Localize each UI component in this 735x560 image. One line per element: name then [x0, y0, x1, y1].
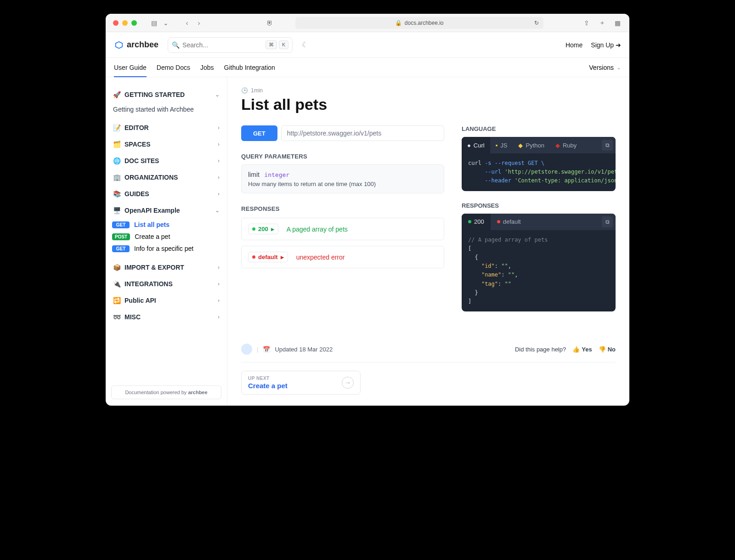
- chevron-right-icon: ›: [218, 281, 220, 287]
- sidebar-api-list-all-pets[interactable]: GET List all pets: [111, 219, 221, 231]
- titlebar: ▤ ⌄ ‹ › ⛨ 🔒 docs.archbee.io ↻ ⇪ ＋ ▦: [106, 14, 629, 32]
- response-code-block[interactable]: // A paged array of pets [ { "id": "", "…: [462, 230, 616, 312]
- sidebar-section-openapi[interactable]: 🖥️OpenAPI Example ⌄: [111, 202, 221, 219]
- endpoint-url-input[interactable]: http://petstore.swagger.io/v1/pets: [281, 125, 444, 141]
- dropdown-icon[interactable]: ⌄: [162, 19, 170, 27]
- sidebar-section-misc[interactable]: ➿MISC ›: [111, 309, 221, 325]
- sidebar-sub-getting-started[interactable]: Getting started with Archbee: [111, 103, 221, 119]
- query-param-row: limit integer How many items to return a…: [241, 164, 444, 193]
- browser-window: ▤ ⌄ ‹ › ⛨ 🔒 docs.archbee.io ↻ ⇪ ＋ ▦ arch…: [106, 14, 629, 406]
- nav-home-link[interactable]: Home: [565, 41, 582, 49]
- logo[interactable]: archbee: [114, 40, 158, 50]
- query-params-heading: QUERY PARAMETERS: [241, 153, 444, 160]
- site-header: archbee 🔍 ⌘ K ☾ Home Sign Up ➜: [106, 32, 629, 58]
- plug-icon: 🔌: [113, 280, 121, 288]
- lang-tab-js[interactable]: ▪JS: [490, 137, 513, 153]
- shield-icon[interactable]: ⛨: [266, 19, 274, 27]
- updated-date: Updated 18 Mar 2022: [275, 346, 333, 353]
- versions-dropdown[interactable]: Versions ⌄: [589, 58, 621, 77]
- monitor-icon: 🖥️: [113, 207, 121, 214]
- arrow-right-icon: →: [342, 377, 354, 389]
- param-type: integer: [264, 171, 289, 178]
- logo-text: archbee: [127, 40, 158, 50]
- method-badge: GET: [112, 221, 130, 228]
- shortcut-key: K: [279, 40, 288, 49]
- resp-tab-default[interactable]: default: [491, 214, 527, 230]
- response-row-200[interactable]: 200 ▶ A paged array of pets: [241, 218, 444, 240]
- sidebar-section-guides[interactable]: 📚GUIDES ›: [111, 186, 221, 202]
- expand-icon: ▶: [271, 227, 274, 232]
- sidebar-section-import-export[interactable]: 📦IMPORT & EXPORT ›: [111, 259, 221, 276]
- shortcut-key: ⌘: [266, 40, 277, 49]
- sidebar: 🚀GETTING STARTED ⌄ Getting started with …: [106, 77, 227, 406]
- tab-jobs[interactable]: Jobs: [200, 58, 214, 77]
- param-desc: How many items to return at one time (ma…: [248, 181, 437, 187]
- sidebar-section-public-api[interactable]: 🔁Public API ›: [111, 292, 221, 309]
- up-next-card[interactable]: UP NEXT Create a pet →: [241, 371, 361, 395]
- chevron-right-icon: ›: [218, 174, 220, 181]
- thumbs-down-icon: 👎: [599, 346, 606, 353]
- tab-user-guide[interactable]: User Guide: [114, 58, 147, 77]
- calendar-icon: 📅: [263, 346, 270, 353]
- chevron-right-icon: ›: [218, 158, 220, 164]
- read-time: 🕒 1min: [241, 87, 616, 94]
- lang-tab-ruby[interactable]: ◆Ruby: [550, 137, 582, 153]
- sidebar-api-create-pet[interactable]: POST Create a pet: [111, 231, 221, 243]
- sidebar-section-getting-started[interactable]: 🚀GETTING STARTED ⌄: [111, 86, 221, 103]
- python-icon: ◆: [518, 142, 523, 149]
- sidebar-section-doc-sites[interactable]: 🌐DOC SITES ›: [111, 153, 221, 169]
- api-icon: 🔁: [113, 297, 121, 304]
- ruby-icon: ◆: [555, 142, 560, 149]
- minimize-window-button[interactable]: [122, 20, 128, 26]
- search-box[interactable]: 🔍 ⌘ K: [168, 37, 293, 53]
- sidebar-section-editor[interactable]: 📝EDITOR ›: [111, 119, 221, 136]
- sidebar-powered-by[interactable]: Documentation powered by archbee: [111, 385, 221, 399]
- copy-response-button[interactable]: ⧉: [602, 216, 613, 227]
- forward-button[interactable]: ›: [195, 19, 203, 27]
- theme-toggle-icon[interactable]: ☾: [302, 40, 308, 49]
- nav-tabs: User Guide Demo Docs Jobs Github Integra…: [106, 58, 629, 77]
- http-method-badge: GET: [241, 125, 277, 141]
- spaces-icon: 🗂️: [113, 141, 121, 148]
- expand-icon: ▶: [281, 255, 284, 260]
- lang-tab-curl[interactable]: ●Curl: [462, 137, 490, 153]
- misc-icon: ➿: [113, 313, 121, 321]
- chevron-right-icon: ›: [218, 191, 220, 197]
- search-input[interactable]: [182, 41, 263, 49]
- lang-tab-python[interactable]: ◆Python: [513, 137, 549, 153]
- box-icon: 📦: [113, 264, 121, 271]
- editor-icon: 📝: [113, 124, 121, 131]
- copy-code-button[interactable]: ⧉: [602, 140, 613, 151]
- reload-icon[interactable]: ↻: [534, 20, 539, 26]
- sidebar-section-integrations[interactable]: 🔌INTEGRATIONS ›: [111, 276, 221, 292]
- sidebar-toggle-icon[interactable]: ▤: [150, 19, 158, 27]
- feedback-yes-button[interactable]: 👍Yes: [572, 346, 592, 353]
- response-sample-card: 200 default ⧉ // A paged array of pets […: [462, 214, 616, 312]
- feedback-no-button[interactable]: 👎No: [599, 346, 616, 353]
- status-dot-icon: [252, 255, 255, 259]
- curl-icon: ●: [467, 142, 471, 149]
- sidebar-api-info-pet[interactable]: GET Info for a specific pet: [111, 243, 221, 255]
- nav-signup-link[interactable]: Sign Up ➜: [591, 41, 621, 49]
- tabs-overview-icon[interactable]: ▦: [614, 19, 622, 27]
- author-avatar[interactable]: [241, 344, 252, 355]
- sidebar-section-organizations[interactable]: 🏢ORGANIZATIONS ›: [111, 169, 221, 186]
- back-button[interactable]: ‹: [183, 19, 191, 27]
- url-text: docs.archbee.io: [405, 20, 444, 26]
- status-dot-icon: [497, 220, 500, 223]
- org-icon: 🏢: [113, 174, 121, 181]
- maximize-window-button[interactable]: [131, 20, 137, 26]
- thumbs-up-icon: 👍: [572, 346, 580, 353]
- tab-demo-docs[interactable]: Demo Docs: [157, 58, 190, 77]
- address-bar[interactable]: 🔒 docs.archbee.io ↻: [295, 17, 543, 29]
- new-tab-icon[interactable]: ＋: [598, 19, 606, 27]
- sidebar-section-spaces[interactable]: 🗂️SPACES ›: [111, 136, 221, 153]
- chevron-down-icon: ⌄: [215, 207, 220, 214]
- resp-tab-200[interactable]: 200: [462, 214, 491, 230]
- response-row-default[interactable]: default ▶ unexpected error: [241, 246, 444, 268]
- code-block[interactable]: curl -s --request GET \ --url 'http://pe…: [462, 153, 616, 191]
- feedback-question: Did this page help?: [515, 346, 566, 353]
- share-icon[interactable]: ⇪: [582, 19, 591, 27]
- tab-github-integration[interactable]: Github Integration: [224, 58, 275, 77]
- close-window-button[interactable]: [113, 20, 119, 26]
